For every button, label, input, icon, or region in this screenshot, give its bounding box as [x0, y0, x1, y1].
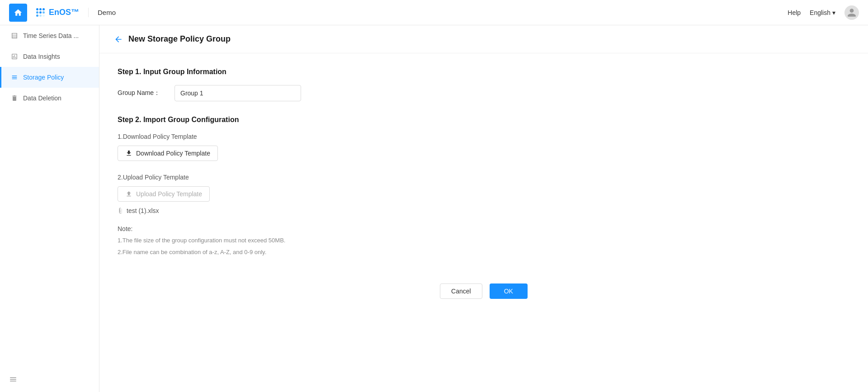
step2-title: Step 2. Import Group Configuration — [118, 116, 850, 124]
help-link[interactable]: Help — [788, 9, 801, 16]
home-icon — [14, 8, 23, 17]
sidebar-item-label: Data Insights — [23, 53, 60, 60]
sidebar-item-label: Time Series Data ... — [23, 32, 79, 39]
download-sub-label: 1.Download Policy Template — [118, 133, 850, 140]
table-icon — [10, 32, 19, 40]
sidebar-item-data-deletion[interactable]: Data Deletion — [0, 88, 99, 109]
sidebar-item-label: Data Deletion — [23, 94, 61, 102]
paperclip-icon — [118, 208, 124, 214]
top-header: EnOS™ Demo Help English ▾ — [0, 0, 868, 25]
sidebar-item-time-series[interactable]: Time Series Data ... — [0, 25, 99, 46]
file-name: test (1).xlsx — [127, 207, 159, 214]
main-layout: Time Series Data ... Data Insights Stora… — [0, 25, 868, 392]
download-btn-label: Download Policy Template — [136, 150, 210, 157]
sidebar: Time Series Data ... Data Insights Stora… — [0, 25, 99, 392]
content-area: New Storage Policy Group Step 1. Input G… — [99, 25, 868, 392]
note-section: Note: 1.The file size of the group confi… — [118, 225, 850, 256]
upload-sub-label: 2.Upload Policy Template — [118, 174, 850, 181]
cancel-button[interactable]: Cancel — [440, 283, 482, 299]
storage-icon — [10, 73, 19, 81]
download-policy-template-button[interactable]: Download Policy Template — [118, 146, 218, 161]
language-selector[interactable]: English ▾ — [810, 9, 835, 16]
home-button[interactable] — [9, 4, 27, 22]
sidebar-collapse-button[interactable] — [0, 368, 99, 392]
ok-button[interactable]: OK — [490, 283, 528, 299]
back-arrow-icon — [114, 35, 123, 44]
upload-policy-template-button[interactable]: Upload Policy Template — [118, 186, 210, 202]
user-icon — [847, 8, 857, 18]
note-item-1: 1.The file size of the group configurati… — [118, 236, 850, 245]
sidebar-item-storage-policy[interactable]: Storage Policy — [0, 67, 99, 88]
page-header: New Storage Policy Group — [99, 25, 868, 53]
app-title: Demo — [98, 9, 116, 16]
brand-dots — [36, 8, 47, 17]
group-name-row: Group Name： — [118, 85, 850, 101]
download-icon — [125, 150, 132, 157]
upload-icon — [125, 190, 132, 198]
file-attachment: test (1).xlsx — [118, 207, 850, 214]
group-name-label: Group Name： — [118, 89, 167, 97]
form-footer: Cancel OK — [118, 283, 850, 308]
menu-icon — [9, 375, 17, 383]
language-label: English — [810, 9, 830, 16]
note-title: Note: — [118, 225, 850, 232]
chart-icon — [10, 52, 19, 61]
upload-btn-label: Upload Policy Template — [136, 190, 202, 198]
brand-logo: EnOS™ — [36, 8, 79, 17]
language-dropdown-arrow: ▾ — [832, 9, 835, 16]
sidebar-item-data-insights[interactable]: Data Insights — [0, 46, 99, 67]
form-content: Step 1. Input Group Information Group Na… — [99, 53, 868, 322]
delete-icon — [10, 94, 19, 102]
header-right: Help English ▾ — [788, 5, 859, 20]
note-item-2: 2.File name can be combination of a-z, A… — [118, 248, 850, 257]
step1-section: Step 1. Input Group Information Group Na… — [118, 68, 850, 101]
step1-title: Step 1. Input Group Information — [118, 68, 850, 76]
step2-section: Step 2. Import Group Configuration 1.Dow… — [118, 116, 850, 256]
page-title: New Storage Policy Group — [128, 34, 231, 44]
brand-area: EnOS™ — [27, 8, 89, 17]
sidebar-item-label: Storage Policy — [23, 74, 64, 81]
group-name-input[interactable] — [175, 85, 301, 101]
brand-name: EnOS™ — [49, 8, 79, 17]
avatar[interactable] — [844, 5, 859, 20]
back-button[interactable] — [114, 35, 123, 44]
